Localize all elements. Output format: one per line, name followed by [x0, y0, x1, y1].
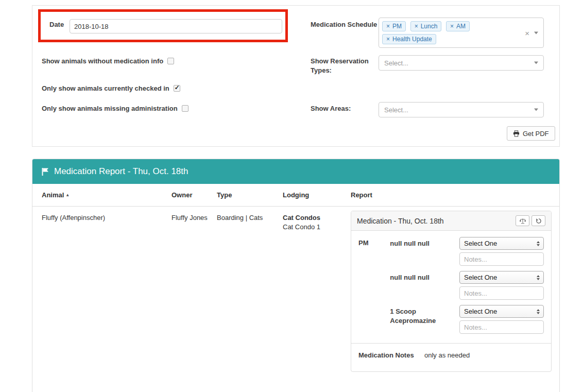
notes-input[interactable]: [459, 252, 544, 266]
tag-remove-icon[interactable]: ×: [450, 23, 454, 29]
missing-admin-label: Only show animals missing administration: [42, 105, 178, 112]
medication-row: PM null null null Select One: [358, 237, 544, 271]
tag-remove-icon[interactable]: ×: [415, 23, 418, 29]
flag-icon: [41, 167, 49, 176]
checked-in-checkbox[interactable]: [174, 85, 180, 92]
medication-schedule-multiselect[interactable]: ×PM ×Lunch ×AM ×Health Update ×: [379, 18, 544, 48]
lodging-cell: Cat Condos Cat Condo 1: [283, 214, 320, 231]
schedule-label: [358, 271, 390, 305]
medication-card-body: PM null null null Select One null null n…: [351, 231, 551, 343]
checked-in-label: Only show animals currently checked in: [42, 84, 169, 92]
printer-icon: [513, 130, 520, 137]
show-without-med-checkbox[interactable]: [167, 58, 174, 64]
medication-controls: Select One: [459, 305, 544, 339]
missing-admin-checkbox[interactable]: [182, 105, 188, 112]
schedule-label: [358, 305, 390, 339]
scale-icon: [519, 218, 526, 224]
get-pdf-label: Get PDF: [523, 130, 549, 138]
get-pdf-button[interactable]: Get PDF: [507, 126, 555, 141]
date-input[interactable]: [70, 19, 282, 33]
medication-controls: Select One: [459, 237, 544, 271]
lodging-unit: Cat Condo 1: [283, 223, 320, 231]
medication-card: Medication - Thu, Oct. 18th: [351, 211, 552, 372]
tag-label: AM: [456, 23, 466, 30]
administration-select[interactable]: Select One: [459, 271, 544, 284]
owner-name[interactable]: Fluffy Jones: [171, 214, 208, 221]
notes-input[interactable]: [459, 320, 544, 334]
filter-show-without-med: Show animals without medication info: [42, 57, 174, 65]
tag-row: ×PM ×Lunch ×AM: [381, 20, 520, 32]
column-header-type[interactable]: Type: [217, 191, 232, 199]
reservation-types-label: Show Reservation Types:: [311, 57, 370, 75]
tag-lunch[interactable]: ×Lunch: [410, 21, 442, 31]
administration-select[interactable]: Select One: [459, 237, 544, 250]
tag-remove-icon[interactable]: ×: [386, 36, 390, 42]
select-stepper-icon: [537, 241, 540, 246]
tag-remove-icon[interactable]: ×: [386, 23, 390, 29]
chevron-down-icon[interactable]: [534, 31, 538, 34]
medication-controls: Select One: [459, 271, 544, 305]
tag-row: ×Health Update: [381, 32, 520, 45]
report-title: Medication Report - Thu, Oct. 18th: [54, 166, 188, 177]
reservation-type[interactable]: Boarding | Cats: [217, 214, 263, 221]
administration-select[interactable]: Select One: [459, 305, 544, 318]
history-undo-icon: [536, 218, 542, 224]
tag-health-update[interactable]: ×Health Update: [382, 34, 436, 44]
administration-select-value: Select One: [464, 240, 497, 247]
column-header-lodging[interactable]: Lodging: [283, 191, 309, 199]
tag-label: Health Update: [392, 36, 432, 43]
select-stepper-icon: [537, 275, 540, 280]
filter-panel: Date Medication Schedule ×PM ×Lunch ×AM …: [32, 5, 560, 147]
filter-missing-admin: Only show animals missing administration: [42, 105, 188, 112]
column-header-animal[interactable]: Animal▲: [42, 191, 70, 199]
column-header-report: Report: [351, 191, 372, 199]
areas-select[interactable]: Select...: [379, 102, 544, 117]
scale-icon-button[interactable]: [516, 215, 529, 226]
lodging-area: Cat Condos: [283, 214, 320, 221]
medication-report-panel: Medication Report - Thu, Oct. 18th Anima…: [32, 159, 560, 392]
medication-row: 1 Scoop Acepromazine Select One: [358, 305, 544, 339]
clear-selection-icon[interactable]: ×: [525, 28, 529, 37]
card-actions: [516, 215, 545, 226]
show-without-med-label: Show animals without medication info: [42, 57, 163, 65]
history-icon-button[interactable]: [531, 215, 545, 226]
notes-input[interactable]: [459, 286, 544, 300]
medication-notes-label: Medication Notes: [358, 351, 424, 360]
tag-am[interactable]: ×AM: [446, 21, 470, 31]
medication-name: null null null: [390, 271, 459, 305]
tag-label: PM: [392, 23, 402, 30]
column-header-owner[interactable]: Owner: [171, 191, 192, 199]
sort-asc-icon: ▲: [65, 193, 70, 197]
show-areas-label: Show Areas:: [311, 105, 351, 112]
table-header-row: Animal▲ Owner Type Lodging Report: [32, 184, 559, 207]
date-label: Date: [49, 21, 64, 28]
medication-name: null null null: [390, 237, 459, 271]
administration-select-value: Select One: [464, 308, 497, 315]
reservation-types-placeholder: Select...: [384, 59, 408, 67]
medication-card-header: Medication - Thu, Oct. 18th: [351, 211, 551, 231]
medication-name: 1 Scoop Acepromazine: [390, 305, 459, 339]
reservation-types-select[interactable]: Select...: [379, 55, 544, 71]
schedule-label: PM: [358, 237, 390, 271]
tag-pm[interactable]: ×PM: [382, 21, 406, 31]
tag-label: Lunch: [421, 23, 438, 30]
chevron-down-icon: [534, 109, 538, 111]
filter-checked-in: Only show animals currently checked in: [42, 84, 180, 92]
medication-card-title: Medication - Thu, Oct. 18th: [357, 217, 444, 225]
select-stepper-icon: [537, 309, 540, 314]
medication-notes-value: only as needed: [424, 351, 470, 360]
medication-notes-section: Medication Notes only as needed: [351, 343, 551, 371]
chevron-down-icon: [534, 62, 538, 64]
medication-row: null null null Select One: [358, 271, 544, 305]
page: { "filters": { "date_label": "Date", "da…: [0, 0, 566, 392]
administration-select-value: Select One: [464, 274, 497, 281]
animal-name[interactable]: Fluffy (Affenpinscher): [42, 214, 105, 221]
areas-placeholder: Select...: [384, 106, 408, 114]
report-header: Medication Report - Thu, Oct. 18th: [32, 159, 559, 184]
medication-schedule-label: Medication Schedule: [311, 21, 377, 28]
